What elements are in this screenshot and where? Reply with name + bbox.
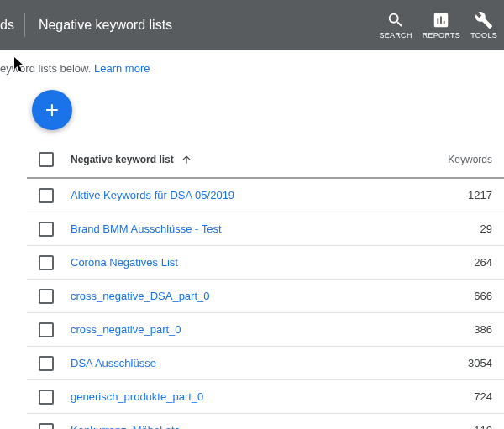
- list-name-link[interactable]: Konkurrenz, Möbel etc: [71, 424, 425, 429]
- search-icon: [386, 11, 405, 29]
- table-row: Brand BMM Ausschlüsse - Test29: [27, 212, 504, 246]
- table-row: cross_negative_DSA_part_0666: [27, 280, 504, 313]
- tools-tool[interactable]: TOOLS: [470, 11, 497, 39]
- row-checkbox[interactable]: [39, 356, 54, 371]
- app-header: ds Negative keyword lists SEARCH REPORTS…: [0, 0, 504, 50]
- keyword-count: 724: [425, 390, 492, 403]
- table-row: Aktive Keywords für DSA 05/20191217: [27, 179, 504, 212]
- keyword-count: 666: [425, 290, 492, 302]
- add-list-button[interactable]: +: [32, 90, 72, 130]
- keyword-count: 110: [425, 424, 492, 429]
- table-row: cross_negative_part_0386: [27, 313, 504, 347]
- reports-icon: [432, 11, 450, 29]
- lists-table: Negative keyword list Keywords Aktive Ke…: [27, 142, 504, 429]
- column-header-keywords[interactable]: Keywords: [425, 154, 492, 165]
- row-checkbox[interactable]: [39, 222, 54, 237]
- column-header-name[interactable]: Negative keyword list: [71, 154, 425, 165]
- table-header-row: Negative keyword list Keywords: [27, 142, 504, 179]
- subheader: eyword lists below. Learn more: [0, 50, 504, 86]
- table-row: Corona Negatives List264: [27, 246, 504, 280]
- search-tool[interactable]: SEARCH: [379, 11, 412, 39]
- page-title: Negative keyword lists: [25, 0, 186, 50]
- keyword-count: 386: [425, 323, 492, 336]
- list-name-link[interactable]: Brand BMM Ausschlüsse - Test: [71, 222, 425, 235]
- row-checkbox[interactable]: [39, 188, 54, 203]
- reports-tool[interactable]: REPORTS: [423, 11, 460, 39]
- tools-label: TOOLS: [470, 31, 497, 39]
- row-checkbox[interactable]: [39, 255, 54, 270]
- row-checkbox[interactable]: [39, 423, 54, 430]
- prev-tab-partial[interactable]: ds: [0, 0, 24, 50]
- table-row: generisch_produkte_part_0724: [27, 380, 504, 414]
- table-row: Konkurrenz, Möbel etc110: [27, 414, 504, 429]
- keyword-count: 29: [425, 222, 492, 235]
- list-name-link[interactable]: cross_negative_part_0: [71, 323, 425, 336]
- sort-asc-icon: [181, 154, 192, 165]
- keyword-count: 264: [425, 256, 492, 269]
- header-tools: SEARCH REPORTS TOOLS: [379, 11, 497, 39]
- row-checkbox[interactable]: [39, 390, 54, 405]
- reports-label: REPORTS: [423, 31, 460, 39]
- col-name-label: Negative keyword list: [71, 154, 174, 165]
- learn-more-link[interactable]: Learn more: [94, 62, 150, 75]
- row-checkbox[interactable]: [39, 322, 54, 337]
- select-all-checkbox[interactable]: [39, 152, 54, 167]
- list-name-link[interactable]: cross_negative_DSA_part_0: [71, 290, 425, 302]
- row-checkbox[interactable]: [39, 289, 54, 304]
- keyword-count: 3054: [425, 357, 492, 369]
- table-row: DSA Ausschlüsse3054: [27, 347, 504, 380]
- list-name-link[interactable]: generisch_produkte_part_0: [71, 390, 425, 403]
- list-name-link[interactable]: Corona Negatives List: [71, 256, 425, 269]
- subheader-text: eyword lists below.: [0, 62, 94, 75]
- keyword-count: 1217: [425, 189, 492, 201]
- search-label: SEARCH: [379, 31, 412, 39]
- header-left: ds Negative keyword lists: [0, 0, 186, 50]
- list-name-link[interactable]: DSA Ausschlüsse: [71, 357, 425, 369]
- plus-icon: +: [45, 97, 59, 123]
- list-name-link[interactable]: Aktive Keywords für DSA 05/2019: [71, 189, 425, 201]
- wrench-icon: [475, 11, 493, 29]
